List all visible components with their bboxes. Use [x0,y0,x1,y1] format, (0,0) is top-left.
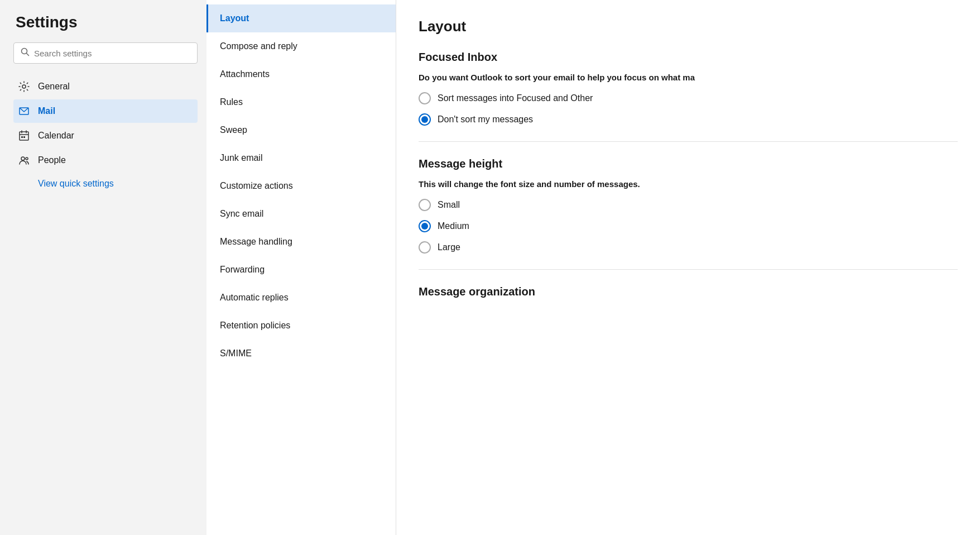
settings-title: Settings [13,13,198,31]
message-height-options: Small Medium Large [419,199,958,254]
svg-line-1 [27,54,29,56]
svg-point-11 [26,157,28,160]
message-height-desc: This will change the font size and numbe… [419,179,958,189]
middle-item-sweep[interactable]: Sweep [206,116,396,144]
svg-rect-8 [21,136,23,138]
sidebar-item-calendar[interactable]: Calendar [13,124,198,147]
radio-btn-medium[interactable] [419,220,431,232]
search-icon [21,47,30,59]
focused-inbox-options: Sort messages into Focused and Other Don… [419,92,958,126]
message-organization-section: Message organization [419,285,958,298]
sidebar-label-calendar: Calendar [38,131,74,141]
radio-label-large: Large [438,242,460,252]
sidebar-label-people: People [38,155,66,165]
calendar-icon [18,130,30,142]
people-icon [18,154,30,166]
middle-item-junk-email[interactable]: Junk email [206,144,396,172]
focused-inbox-title: Focused Inbox [419,51,958,64]
sidebar: Settings General Mail [0,0,206,535]
middle-item-compose-reply[interactable]: Compose and reply [206,32,396,60]
mail-icon [18,105,30,117]
radio-sort-focused[interactable]: Sort messages into Focused and Other [419,92,958,104]
focused-inbox-desc: Do you want Outlook to sort your email t… [419,73,958,82]
message-height-title: Message height [419,157,958,170]
middle-item-automatic-replies[interactable]: Automatic replies [206,284,396,312]
sidebar-label-mail: Mail [38,106,55,116]
radio-btn-large[interactable] [419,241,431,254]
page-title: Layout [419,18,958,35]
radio-label-small: Small [438,200,460,210]
focused-inbox-section: Focused Inbox Do you want Outlook to sor… [419,51,958,126]
middle-item-sync-email[interactable]: Sync email [206,200,396,228]
radio-label-medium: Medium [438,221,469,231]
radio-label-sort-focused: Sort messages into Focused and Other [438,93,593,103]
svg-rect-9 [23,136,25,138]
middle-item-customize-actions[interactable]: Customize actions [206,172,396,200]
middle-column: Layout Compose and reply Attachments Rul… [206,0,396,535]
radio-dont-sort[interactable]: Don't sort my messages [419,113,958,126]
svg-point-2 [22,85,26,88]
message-height-section: Message height This will change the font… [419,157,958,254]
middle-item-forwarding[interactable]: Forwarding [206,256,396,284]
sidebar-item-mail[interactable]: Mail [13,99,198,123]
section-divider-2 [419,269,958,270]
middle-item-attachments[interactable]: Attachments [206,60,396,88]
radio-btn-dont-sort[interactable] [419,113,431,126]
middle-item-rules[interactable]: Rules [206,88,396,116]
middle-item-retention-policies[interactable]: Retention policies [206,312,396,340]
gear-icon [18,80,30,93]
sidebar-item-general[interactable]: General [13,75,198,98]
radio-label-dont-sort: Don't sort my messages [438,114,533,125]
radio-medium[interactable]: Medium [419,220,958,232]
svg-point-10 [21,157,25,160]
middle-item-smime[interactable]: S/MIME [206,340,396,367]
radio-large[interactable]: Large [419,241,958,254]
radio-btn-sort-focused[interactable] [419,92,431,104]
middle-item-layout[interactable]: Layout [206,4,396,32]
radio-btn-small[interactable] [419,199,431,211]
middle-item-message-handling[interactable]: Message handling [206,228,396,256]
search-box[interactable] [13,42,198,64]
sidebar-item-people[interactable]: People [13,149,198,172]
svg-rect-4 [20,132,28,140]
view-quick-settings-link[interactable]: View quick settings [13,174,198,193]
message-organization-title: Message organization [419,285,958,298]
section-divider-1 [419,141,958,142]
radio-small[interactable]: Small [419,199,958,211]
main-content: Layout Focused Inbox Do you want Outlook… [396,0,980,535]
sidebar-label-general: General [38,82,70,92]
search-input[interactable] [34,49,190,58]
